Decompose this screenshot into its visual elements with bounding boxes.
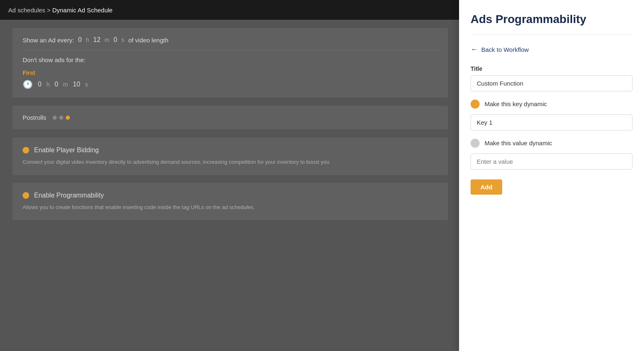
programmability-dot xyxy=(23,192,29,199)
show-ad-h: h xyxy=(86,37,89,43)
show-ad-row: Show an Ad every: 0 h 12 m 0 s of video … xyxy=(23,36,438,44)
first-label: First xyxy=(23,70,438,76)
show-ad-suffix: of video length xyxy=(128,37,169,44)
back-arrow-icon: ← xyxy=(471,45,478,54)
programmability-desc: Allows you to create functions that enab… xyxy=(23,203,438,212)
first-m: m xyxy=(63,81,68,88)
panel-title: Ads Programmability xyxy=(471,12,632,26)
title-input[interactable] xyxy=(471,75,632,91)
key-input[interactable] xyxy=(471,114,632,130)
postroll-dot-3 xyxy=(66,116,70,120)
bidding-title: Enable Player Bidding xyxy=(34,146,99,154)
show-ad-minutes: 12 xyxy=(93,36,101,44)
back-label: Back to Workflow xyxy=(481,46,529,53)
show-ad-hours: 0 xyxy=(78,36,82,44)
postrolls-dots xyxy=(53,116,70,120)
left-panel: Ad schedules > Dynamic Ad Schedule Show … xyxy=(0,0,460,351)
enable-bidding-section: Enable Player Bidding Connect your digit… xyxy=(12,137,448,175)
value-input[interactable] xyxy=(471,153,632,170)
first-time-row: 🕐 0 h 0 m 10 s xyxy=(23,79,438,89)
enable-programmability-header: Enable Programmability xyxy=(23,192,438,199)
title-field-label: Title xyxy=(471,65,632,72)
dont-show-label: Don't show ads for the: xyxy=(23,56,438,63)
postrolls-label: Postrolls xyxy=(23,114,46,121)
postroll-dot-1 xyxy=(53,116,57,120)
right-panel: Ads Programmability ← Back to Workflow T… xyxy=(459,0,644,351)
add-button[interactable]: Add xyxy=(471,179,502,195)
main-content: Show an Ad every: 0 h 12 m 0 s of video … xyxy=(0,20,460,351)
show-ad-section: Show an Ad every: 0 h 12 m 0 s of video … xyxy=(12,28,448,98)
back-to-workflow-link[interactable]: ← Back to Workflow xyxy=(471,45,632,54)
bidding-desc: Connect your digital video inventory dir… xyxy=(23,158,438,166)
key-dynamic-toggle[interactable] xyxy=(471,100,480,109)
panel-divider xyxy=(471,35,632,35)
show-ad-s: s xyxy=(121,37,124,43)
show-ad-m: m xyxy=(105,37,110,43)
value-dynamic-toggle-row: Make this value dynamic xyxy=(471,139,632,148)
show-ad-label: Show an Ad every: xyxy=(23,37,74,44)
bidding-dot xyxy=(23,147,29,153)
key-dynamic-toggle-row: Make this key dynamic xyxy=(471,100,632,109)
first-s: s xyxy=(85,81,88,88)
first-minutes: 0 xyxy=(55,81,58,88)
value-dynamic-toggle[interactable] xyxy=(471,139,480,148)
breadcrumb: Ad schedules > Dynamic Ad Schedule xyxy=(8,7,113,14)
clock-icon: 🕐 xyxy=(23,79,33,89)
enable-programmability-section: Enable Programmability Allows you to cre… xyxy=(12,183,448,221)
postroll-dot-2 xyxy=(59,116,63,120)
programmability-title: Enable Programmability xyxy=(34,192,104,199)
value-dynamic-label: Make this value dynamic xyxy=(485,139,552,146)
section-separator xyxy=(23,50,438,50)
enable-bidding-header: Enable Player Bidding xyxy=(23,146,438,154)
first-seconds: 10 xyxy=(73,81,80,88)
breadcrumb-bar: Ad schedules > Dynamic Ad Schedule xyxy=(0,0,460,20)
show-ad-seconds: 0 xyxy=(113,36,117,44)
first-hours: 0 xyxy=(38,81,42,88)
key-dynamic-label: Make this key dynamic xyxy=(485,100,547,107)
first-h: h xyxy=(46,81,50,88)
postrolls-section: Postrolls xyxy=(12,106,448,129)
